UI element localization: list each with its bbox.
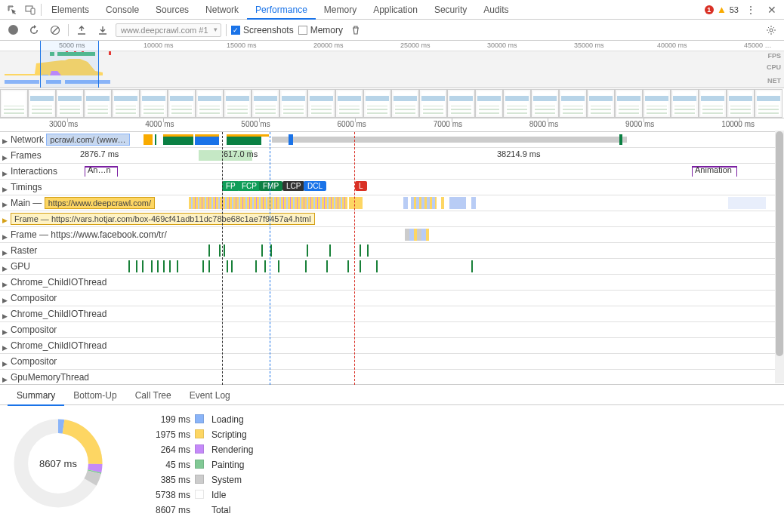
filmstrip-frame[interactable]: [56, 89, 84, 118]
filmstrip-frame[interactable]: [475, 89, 503, 118]
memory-checkbox[interactable]: Memory: [298, 25, 343, 35]
filmstrip-frame[interactable]: [363, 89, 391, 118]
legend-time: 5738 ms: [137, 490, 190, 500]
filmstrip-frame[interactable]: [643, 89, 671, 118]
filmstrip-frame[interactable]: [307, 89, 335, 118]
stab-summary[interactable]: Summary: [8, 385, 64, 406]
tab-performance[interactable]: Performance: [247, 0, 316, 20]
track-frame-facebook[interactable]: ▶Frame — https://www.facebook.com/tr/: [0, 227, 784, 243]
close-icon[interactable]: ✕: [763, 1, 781, 19]
legend-swatch: [195, 475, 204, 484]
filmstrip-frame[interactable]: [671, 89, 699, 118]
filmstrip-frame[interactable]: [84, 89, 112, 118]
collect-garbage-icon[interactable]: [347, 22, 364, 38]
track-frames[interactable]: ▶Frames 2876.7 ms 617.0 ms 38214.9 ms: [0, 148, 784, 164]
filmstrip-frame[interactable]: [391, 89, 419, 118]
reload-record-button[interactable]: [26, 22, 42, 38]
legend-time: 1975 ms: [137, 429, 190, 440]
overview-selection[interactable]: [40, 41, 99, 88]
filmstrip-frame[interactable]: [559, 89, 587, 118]
save-profile-icon[interactable]: [94, 22, 111, 38]
filmstrip-frame[interactable]: [587, 89, 615, 118]
screenshots-checkbox[interactable]: Screenshots: [231, 25, 294, 35]
track-interactions[interactable]: ▶Interactions An…n Animation: [0, 164, 784, 180]
filmstrip-frame[interactable]: [224, 89, 252, 118]
legend-swatch: [195, 444, 204, 454]
settings-icon[interactable]: [763, 22, 779, 38]
tab-audits[interactable]: Audits: [475, 0, 517, 20]
filmstrip-frame[interactable]: [419, 89, 447, 118]
inspect-icon[interactable]: [3, 1, 21, 19]
tab-console[interactable]: Console: [97, 0, 147, 20]
perf-toolbar: www.deepcrawl.com #1 Screenshots Memory: [0, 20, 784, 41]
filmstrip-frame[interactable]: [335, 89, 363, 118]
tab-elements[interactable]: Elements: [43, 0, 97, 20]
track-childio-1[interactable]: ▶Chrome_ChildIOThread: [0, 275, 784, 291]
main-ruler[interactable]: 3000 ms4000 ms5000 ms6000 ms7000 ms8000 …: [0, 118, 784, 132]
stab-calltree[interactable]: Call Tree: [126, 385, 181, 406]
legend-time: 199 ms: [137, 414, 190, 425]
legend-swatch: [195, 490, 204, 499]
error-badge[interactable]: 1: [705, 5, 714, 14]
warn-icon[interactable]: ▲: [717, 4, 727, 15]
track-raster[interactable]: ▶Raster: [0, 243, 784, 259]
legend-label: Loading: [211, 414, 253, 425]
legend-time: 45 ms: [137, 460, 190, 470]
filmstrip-frame[interactable]: [615, 89, 643, 118]
network-request-badge: pcrawl.com/ (www…: [46, 134, 129, 146]
svg-rect-1: [31, 8, 35, 14]
warn-count[interactable]: 53: [730, 5, 739, 14]
tab-application[interactable]: Application: [365, 0, 426, 20]
legend-label: Painting: [211, 460, 253, 470]
filmstrip-frame[interactable]: [140, 89, 168, 118]
profile-selector[interactable]: www.deepcrawl.com #1: [116, 23, 221, 37]
track-main[interactable]: ▶Main — https://www.deepcrawl.com/: [0, 195, 784, 211]
track-timings[interactable]: ▶Timings FP FCP FMP LCP DCL L: [0, 180, 784, 195]
clear-button[interactable]: [47, 22, 63, 38]
filmstrip-frame[interactable]: [699, 89, 727, 118]
tab-network[interactable]: Network: [197, 0, 247, 20]
filmstrip-frame[interactable]: [196, 89, 224, 118]
stab-bottomup[interactable]: Bottom-Up: [64, 385, 125, 406]
legend-label: Total: [211, 505, 253, 515]
legend-swatch: [195, 460, 204, 469]
filmstrip-frame[interactable]: [727, 89, 755, 118]
summary-tabs: Summary Bottom-Up Call Tree Event Log: [0, 384, 784, 405]
track-network[interactable]: ▶Network pcrawl.com/ (www…: [0, 132, 784, 148]
filmstrip-frame[interactable]: [531, 89, 559, 118]
filmstrip-frame[interactable]: [0, 89, 28, 118]
overview-timeline[interactable]: 5000 ms10000 ms15000 ms20000 ms25000 ms3…: [0, 41, 784, 88]
load-profile-icon[interactable]: [73, 22, 90, 38]
filmstrip[interactable]: [0, 88, 784, 118]
stab-eventlog[interactable]: Event Log: [181, 385, 239, 406]
legend-label: System: [211, 475, 253, 485]
tracks-container: ▶Network pcrawl.com/ (www… ▶Frames 2876.…: [0, 132, 784, 386]
device-toggle-icon[interactable]: [21, 1, 39, 19]
summary-panel: Summary Bottom-Up Call Tree Event Log 86…: [0, 384, 784, 532]
filmstrip-frame[interactable]: [112, 89, 140, 118]
track-gpumemory[interactable]: ▶GpuMemoryThread: [0, 370, 784, 386]
tab-security[interactable]: Security: [426, 0, 475, 20]
track-childio-3[interactable]: ▶Chrome_ChildIOThread: [0, 338, 784, 354]
tracks-scrollbar[interactable]: [775, 131, 784, 383]
filmstrip-frame[interactable]: [755, 89, 782, 118]
track-compositor-2[interactable]: ▶Compositor: [0, 322, 784, 338]
summary-donut: 8607 ms: [9, 414, 107, 512]
filmstrip-frame[interactable]: [252, 89, 279, 118]
track-compositor-3[interactable]: ▶Compositor: [0, 354, 784, 370]
track-childio-2[interactable]: ▶Chrome_ChildIOThread: [0, 306, 784, 322]
filmstrip-frame[interactable]: [503, 89, 531, 118]
filmstrip-frame[interactable]: [279, 89, 307, 118]
filmstrip-frame[interactable]: [168, 89, 196, 118]
summary-legend: 199 msLoading1975 msScripting264 msRende…: [137, 414, 253, 515]
filmstrip-frame[interactable]: [28, 89, 56, 118]
svg-rect-5: [5, 80, 39, 84]
more-icon[interactable]: ⋮: [742, 1, 760, 19]
record-button[interactable]: [5, 22, 21, 38]
tab-memory[interactable]: Memory: [316, 0, 365, 20]
track-gpu[interactable]: ▶GPU: [0, 259, 784, 275]
tab-sources[interactable]: Sources: [147, 0, 197, 20]
filmstrip-frame[interactable]: [447, 89, 475, 118]
track-compositor-1[interactable]: ▶Compositor: [0, 291, 784, 306]
track-frame-hotjar[interactable]: ▶Frame — https://vars.hotjar.com/box-469…: [0, 211, 784, 227]
